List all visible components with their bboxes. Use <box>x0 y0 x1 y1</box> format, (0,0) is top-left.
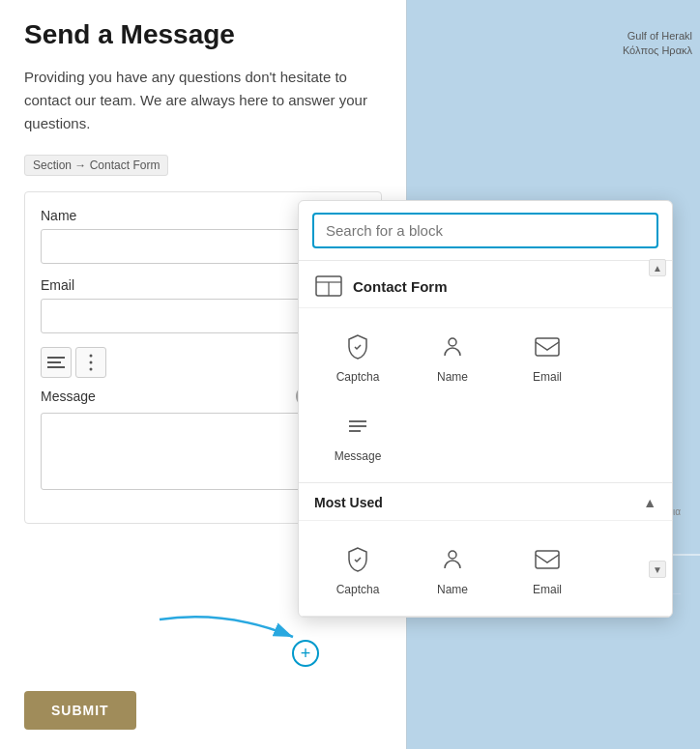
add-block-button[interactable]: + <box>292 640 319 667</box>
most-used-email-icon <box>532 544 563 575</box>
email-icon <box>532 331 563 362</box>
captcha-block[interactable]: Captcha <box>314 320 401 391</box>
most-used-email-block[interactable]: Email <box>504 533 591 604</box>
svg-rect-16 <box>536 551 559 568</box>
most-used-shield-icon <box>342 544 373 575</box>
most-used-blocks: Captcha Name <box>299 521 672 617</box>
most-used-captcha-block[interactable]: Captcha <box>314 533 401 604</box>
name-block-label: Name <box>437 370 468 384</box>
most-used-email-label: Email <box>533 583 562 596</box>
svg-rect-11 <box>536 338 559 356</box>
search-header <box>299 201 672 261</box>
search-input[interactable] <box>326 222 645 239</box>
name-block[interactable]: Name <box>409 320 496 391</box>
person-icon <box>437 331 468 362</box>
most-used-title: Most Used <box>314 495 383 510</box>
contact-form-section-header: Contact Form <box>299 261 672 308</box>
svg-rect-1 <box>47 361 61 363</box>
name-label: Name <box>41 208 76 223</box>
search-results: Contact Form Captcha <box>299 261 672 617</box>
add-indicator <box>150 600 314 662</box>
svg-point-3 <box>90 355 93 358</box>
contact-form-label: Contact Form <box>353 278 448 295</box>
align-icon[interactable] <box>41 347 72 378</box>
breadcrumb: Section → Contact Form <box>24 155 168 176</box>
shield-icon <box>342 331 373 362</box>
search-input-wrap <box>312 213 658 248</box>
email-label: Email <box>41 277 74 293</box>
message-icon <box>342 411 373 442</box>
contact-form-section-icon <box>314 274 343 298</box>
email-block-label: Email <box>533 370 562 384</box>
svg-point-4 <box>90 361 93 364</box>
more-options-icon[interactable] <box>75 347 106 378</box>
page-title: Send a Message <box>24 19 382 50</box>
contact-form-blocks: Captcha Name <box>299 308 672 483</box>
map-label-gulf: Gulf of Herakl Κόλπος Ηρακλ <box>623 29 692 59</box>
message-block-label: Message <box>335 449 382 463</box>
most-used-header[interactable]: Most Used ▲ <box>299 483 672 521</box>
page-description: Providing you have any questions don't h… <box>24 66 382 135</box>
svg-point-10 <box>449 338 456 346</box>
scroll-down-button[interactable]: ▼ <box>649 561 666 578</box>
message-label: Message <box>41 389 96 404</box>
most-used-captcha-label: Captcha <box>336 583 380 596</box>
most-used-name-block[interactable]: Name <box>409 533 496 604</box>
captcha-label: Captcha <box>336 370 380 384</box>
email-block[interactable]: Email <box>504 320 591 391</box>
most-used-person-icon <box>437 544 468 575</box>
scroll-up-button[interactable]: ▲ <box>649 259 666 276</box>
chevron-up-icon: ▲ <box>643 495 656 510</box>
svg-point-15 <box>449 551 456 559</box>
most-used-name-label: Name <box>437 583 468 596</box>
search-panel: ▲ Contact Form <box>298 200 673 618</box>
svg-point-5 <box>90 368 93 371</box>
message-block[interactable]: Message <box>314 399 401 471</box>
svg-rect-0 <box>47 357 65 359</box>
submit-button[interactable]: SUBMIT <box>24 691 136 730</box>
svg-rect-2 <box>47 366 65 368</box>
